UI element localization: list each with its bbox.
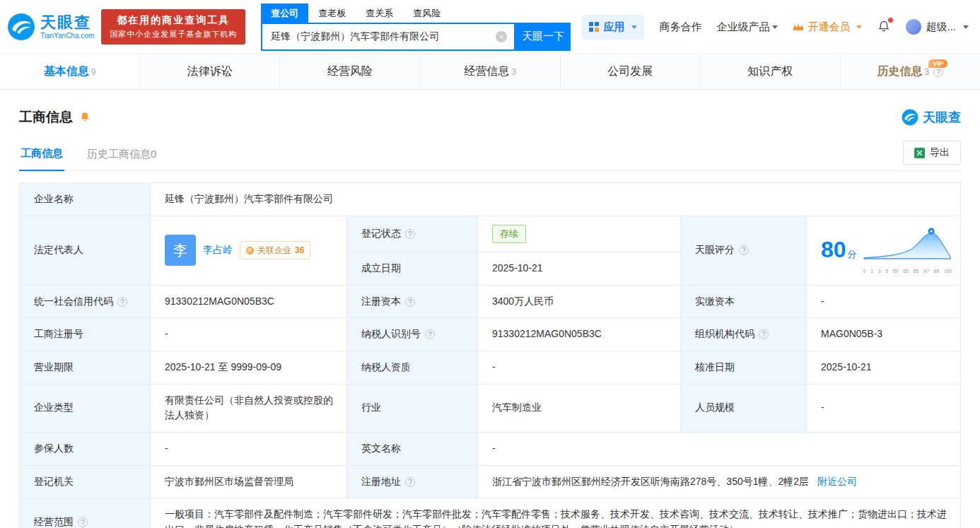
nearby-companies-link[interactable]: 附近公司 <box>817 476 857 487</box>
export-label: 导出 <box>930 146 950 159</box>
user-menu[interactable]: 超级... <box>906 19 969 35</box>
table-row: 参保人数 - 英文名称 - <box>20 432 961 465</box>
search-input[interactable] <box>262 31 496 42</box>
help-icon[interactable] <box>405 477 415 487</box>
site-header: 天眼查 TianYanCha.com 都在用的商业查询工具 国家中小企业发展子基… <box>0 0 980 54</box>
field-label-org-code: 组织机构代码 <box>681 318 807 351</box>
tab-company-development[interactable]: 公司发展 <box>561 54 701 89</box>
table-row: 统一社会信用代码 91330212MAG0N05B3C 注册资本 3400万人民… <box>20 285 961 318</box>
tab-label: 知识产权 <box>747 64 793 79</box>
section-title: 工商信息 <box>19 108 73 127</box>
help-icon[interactable] <box>739 245 749 255</box>
subtab-history-business-info[interactable]: 历史工商信息0 <box>86 148 158 170</box>
field-value-taxpayer-id: 91330212MAG0N05B3C <box>478 318 681 351</box>
subscribe-bell-icon[interactable] <box>78 111 91 124</box>
field-label-paid-capital: 实缴资本 <box>681 285 807 318</box>
legal-rep-link[interactable]: 李占岭 <box>203 242 233 258</box>
tab-label: 基本信息 <box>44 64 89 79</box>
field-label-taxpayer-id: 纳税人识别号 <box>347 318 478 351</box>
table-row: 企业类型 有限责任公司（非自然人投资或控股的法人独资） 行业 汽车制造业 人员规… <box>20 384 961 432</box>
tab-count: 3 <box>925 67 930 77</box>
field-label-score: 天眼评分 <box>681 216 807 285</box>
field-label-company-type: 企业类型 <box>20 384 151 432</box>
tab-basic-info[interactable]: 基本信息9 <box>0 54 140 89</box>
field-label-est-date: 成立日期 <box>347 252 478 285</box>
tab-label: 经营信息 <box>464 64 509 79</box>
clear-search-icon[interactable]: × <box>496 31 507 42</box>
field-label-staff-size: 人员规模 <box>681 384 807 432</box>
enterprise-products-menu[interactable]: 企业级产品 <box>716 20 778 34</box>
tab-history-info[interactable]: 历史信息3 VIP <box>841 54 980 89</box>
enterprise-products-label: 企业级产品 <box>716 20 769 33</box>
subtab-history-count: 0 <box>151 148 156 160</box>
field-value-reg-capital: 3400万人民币 <box>478 285 681 318</box>
field-value-org-code: MAG0N05B-3 <box>807 318 961 351</box>
export-button[interactable]: 导出 <box>903 141 961 165</box>
help-icon[interactable] <box>117 297 127 307</box>
search-tab-company[interactable]: 查公司 <box>261 4 308 23</box>
field-value-reg-no: - <box>151 318 347 351</box>
help-icon[interactable] <box>405 297 415 307</box>
tianyancha-watermark: 天眼查 <box>902 109 961 126</box>
field-value-approval-date: 2025-10-21 <box>807 351 961 384</box>
tab-count: 3 <box>511 67 516 77</box>
search-tabs: 查公司 查老板 查关系 查风险 <box>261 4 571 23</box>
open-membership-label: 开通会员 <box>807 20 850 34</box>
tab-intellectual-property[interactable]: 知识产权 <box>701 54 841 89</box>
help-icon[interactable] <box>425 329 435 339</box>
user-avatar <box>906 19 921 35</box>
field-label-legal-rep: 法定代表人 <box>20 216 151 285</box>
chevron-down-icon <box>772 25 778 29</box>
field-label-industry: 行业 <box>347 384 478 432</box>
tab-legal-lawsuits[interactable]: 法律诉讼 <box>140 54 280 89</box>
field-value-est-date: 2025-10-21 <box>478 252 681 285</box>
field-label-company-name: 企业名称 <box>20 183 151 216</box>
field-value-term: 2025-10-21 至 9999-09-09 <box>151 351 347 384</box>
related-companies-badge[interactable]: 关联企业 36 <box>240 241 310 260</box>
tab-operating-info[interactable]: 经营信息3 <box>420 54 560 89</box>
subtab-row: 工商信息 历史工商信息0 导出 <box>19 141 961 171</box>
score-chart: 01355065859799100 <box>863 225 953 276</box>
chevron-down-icon <box>631 25 637 29</box>
search-box: × <box>261 23 515 51</box>
tab-operating-risk[interactable]: 经营风险 <box>280 54 420 89</box>
tab-label: 公司发展 <box>607 64 653 79</box>
search-tab-risk[interactable]: 查风险 <box>403 4 450 23</box>
field-label-english-name: 英文名称 <box>347 432 478 465</box>
field-label-reg-capital: 注册资本 <box>347 285 478 318</box>
crown-icon <box>793 23 804 32</box>
field-value-industry: 汽车制造业 <box>478 384 681 432</box>
help-icon[interactable] <box>933 67 943 77</box>
header-nav: 应用 商务合作 企业级产品 开通会员 超级... <box>582 15 969 40</box>
field-value-legal-rep: 李 李占岭 关联企业 36 <box>151 216 347 285</box>
field-label-reg-no: 工商注册号 <box>20 318 151 351</box>
notification-bell-icon[interactable] <box>877 20 891 34</box>
search-tab-relation[interactable]: 查关系 <box>356 4 403 23</box>
field-value-staff-size: - <box>807 384 961 432</box>
help-icon[interactable] <box>759 329 769 339</box>
business-cooperation-link[interactable]: 商务合作 <box>659 20 701 34</box>
apps-label: 应用 <box>603 20 624 34</box>
tianyancha-logo[interactable]: 天眼查 TianYanCha.com <box>7 13 94 41</box>
search-tab-boss[interactable]: 查老板 <box>308 4 356 23</box>
tab-label: 法律诉讼 <box>187 64 233 79</box>
apps-grid-icon <box>589 22 599 32</box>
notification-dot <box>888 18 893 23</box>
search-button[interactable]: 天眼一下 <box>515 23 571 51</box>
promo-line2: 国家中小企业发展子基金旗下机构 <box>110 29 237 40</box>
promo-badge: 都在用的商业查询工具 国家中小企业发展子基金旗下机构 <box>101 9 245 45</box>
help-icon[interactable] <box>405 229 415 239</box>
help-icon[interactable] <box>78 517 88 527</box>
field-value-credit-code: 91330212MAG0N05B3C <box>151 285 347 318</box>
subtab-business-info[interactable]: 工商信息 <box>19 147 64 171</box>
open-membership-menu[interactable]: 开通会员 <box>793 20 862 34</box>
apps-menu[interactable]: 应用 <box>582 15 644 40</box>
legal-rep-avatar[interactable]: 李 <box>165 235 196 266</box>
table-row: 登记机关 宁波市鄞州区市场监督管理局 注册地址 浙江省宁波市鄞州区鄞州经济开发区… <box>20 465 961 498</box>
logo-text-en: TianYanCha.com <box>40 32 94 40</box>
tianyancha-watermark-icon <box>902 109 918 126</box>
field-label-term: 营业期限 <box>20 351 151 384</box>
tianyancha-watermark-text: 天眼查 <box>923 109 961 126</box>
tab-label: 历史信息 <box>877 64 923 79</box>
field-value-company-name: 延锋（宁波鄞州）汽车零部件有限公司 <box>151 183 961 216</box>
